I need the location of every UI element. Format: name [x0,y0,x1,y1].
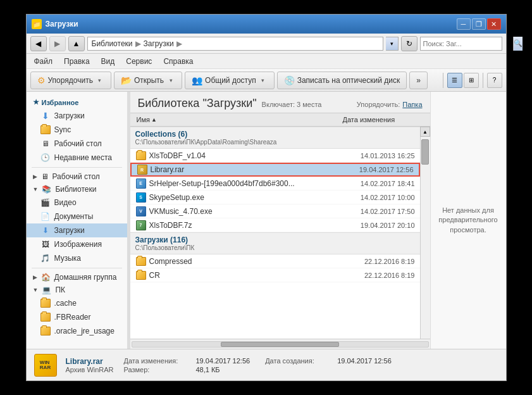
file-row[interactable]: Compressed 22.12.2016 8:19 [130,254,420,268]
main-area: ★ Избранное ⬇ Загрузки Sync 🖥 Рабочий ст… [27,92,506,349]
col-header-name[interactable]: Имя ▲ [133,116,339,123]
scroll-thumb[interactable] [421,139,429,165]
sort-value-button[interactable]: Папка [402,101,422,108]
file-row[interactable]: XlsToDBF_v1.04 14.01.2013 16:25 [130,149,420,163]
minimize-button[interactable]: ─ [457,18,471,30]
file-row[interactable]: CR 22.12.2016 8:19 [130,268,420,282]
sidebar-item-fbreader[interactable]: .FBReader [27,310,127,324]
file-name: XlsToDBF_v1.04 [149,151,326,160]
sidebar-favorites-header: ★ Избранное [27,96,127,109]
homegroup-icon: 🏠 [41,273,51,282]
library-title: Библиотека "Загрузки" [138,97,257,110]
search-box: 🔍 [420,37,502,51]
sidebar-item-cache[interactable]: .cache [27,296,127,310]
includes-count: 3 места [297,101,321,108]
sidebar-oracle-label: .oracle_jre_usage [54,327,114,335]
address-path-field[interactable]: Библиотеки ▶ Загрузки ▶ [87,37,383,51]
sidebar-pc-header[interactable]: ▼ 💻 ПК [27,284,127,296]
status-file-icon: WINRAR [33,353,58,377]
burn-button[interactable]: 💿 Записать на оптический диск [277,72,407,89]
preview-panel: Нет данных для предварительного просмотр… [430,92,506,349]
status-size-value: 48,1 КБ [196,366,220,373]
file-row-library-rar[interactable]: R Library.rar 19.04.2017 12:56 [130,163,420,177]
file-icon-7z: 7 [135,220,147,231]
up-button[interactable]: ▲ [68,36,85,51]
file-row[interactable]: S SkypeSetup.exe 14.02.2017 10:00 [130,191,420,204]
col-sort-icon: ▲ [151,116,157,123]
file-date: 14.02.2017 10:00 [326,194,415,201]
menu-file[interactable]: Файл [29,56,58,67]
sidebar-item-docs[interactable]: 📄 Документы [27,210,127,223]
downloads-fav-icon: ⬇ [40,111,51,121]
favorites-label: Избранное [42,99,79,106]
scroll-up-button[interactable]: ▲ [420,127,430,137]
organize-dropdown-icon: ▾ [96,76,104,85]
more-button[interactable]: » [409,72,428,89]
details-view-button[interactable]: ☰ [447,73,462,88]
sidebar-fav-downloads-label: Загрузки [54,111,85,120]
restore-button[interactable]: ❐ [472,18,486,30]
sidebar-sync-label: Sync [54,125,71,134]
sidebar-libraries-label: Библиотеки [55,185,96,194]
sidebar-cache-label: .cache [54,299,77,308]
view-controls: ☰ ⊞ ? [440,73,502,88]
share-icon: 👥 [192,75,202,85]
sidebar-libraries-header[interactable]: ▼ 📚 Библиотеки [27,183,127,196]
menu-help[interactable]: Справка [158,56,198,67]
filelist-area: Библиотека "Загрузки" Включает: 3 места … [130,92,430,349]
file-date: 14.02.2017 18:41 [326,180,415,187]
refresh-button[interactable]: ↻ [401,36,418,51]
open-icon: 📂 [121,75,132,85]
back-button[interactable]: ◀ [30,36,47,51]
status-filetype: Архив WinRAR [66,366,116,373]
sidebar-item-oracle[interactable]: .oracle_jre_usage [27,324,127,338]
sidebar-item-music[interactable]: 🎵 Музыка [27,251,127,265]
sidebar-divider-1 [32,167,122,168]
file-row[interactable]: 7 XlsToDBF.7z 19.04.2017 20:10 [130,218,420,232]
file-group-collections: Collections (6) C:\Пользователи\ПК\AppDa… [130,127,420,149]
organize-button[interactable]: ⚙ Упорядочить ▾ [30,72,111,89]
sidebar-item-desktop-main[interactable]: ▶ 🖥 Рабочий стол [27,170,127,183]
file-row[interactable]: V VKMusic_4.70.exe 14.02.2017 17:50 [130,204,420,218]
window-icon: 📁 [32,19,42,29]
expand-icon-desktop: ▶ [33,173,37,180]
hscroll-track[interactable] [132,341,429,348]
sidebar-item-downloads-fav[interactable]: ⬇ Загрузки [27,109,127,123]
toolbar-separator [443,73,443,88]
open-button[interactable]: 📂 Открыть ▾ [114,72,182,89]
help-button[interactable]: ? [487,73,502,88]
sidebar-video-label: Видео [54,198,77,207]
sidebar-item-downloads[interactable]: ⬇ Загрузки [27,223,127,237]
file-icon-folder [135,150,147,161]
explorer-window: 📁 Загрузки ─ ❐ ✕ ◀ ▶ ▲ Библиотеки ▶ Загр… [26,14,507,381]
menu-service[interactable]: Сервис [121,56,157,67]
sidebar-item-images[interactable]: 🖼 Изображения [27,237,127,251]
menu-edit[interactable]: Правка [59,56,95,67]
menu-view[interactable]: Вид [96,56,120,67]
close-button[interactable]: ✕ [487,18,501,30]
file-row[interactable]: E SrHelper-Setup-[199ea000d4bf7db6#300..… [130,177,420,191]
address-dropdown-button[interactable]: ▾ [386,37,399,51]
sidebar-item-sync[interactable]: Sync [27,123,127,137]
docs-icon: 📄 [40,211,51,222]
search-icon[interactable]: 🔍 [513,37,523,51]
sidebar-recent-label: Недавние места [54,153,112,162]
vertical-scrollbar[interactable]: ▲ [420,127,430,339]
file-name: SrHelper-Setup-[199ea000d4bf7db6#300... [149,179,326,188]
sidebar-homegroup[interactable]: ▶ 🏠 Домашняя группа [27,271,127,284]
file-icon-exe: E [135,178,147,189]
sidebar-item-video[interactable]: 🎬 Видео [27,196,127,210]
column-headers: Имя ▲ Дата изменения [130,113,430,127]
share-button[interactable]: 👥 Общий доступ ▾ [185,72,275,89]
sidebar-item-recent[interactable]: 🕒 Недавние места [27,151,127,165]
forward-button[interactable]: ▶ [49,36,66,51]
status-row-2: Размер: 48,1 КБ [124,366,500,373]
search-input[interactable] [421,40,513,47]
sidebar-desktop-label: Рабочий стол [54,139,102,148]
hscroll-thumb[interactable] [221,342,339,347]
large-icons-button[interactable]: ⊞ [464,73,479,88]
status-size-label: Размер: [124,366,181,373]
file-date: 22.12.2016 8:19 [326,272,415,279]
col-header-date[interactable]: Дата изменения [339,116,428,123]
sidebar-item-desktop-fav[interactable]: 🖥 Рабочий стол [27,137,127,151]
